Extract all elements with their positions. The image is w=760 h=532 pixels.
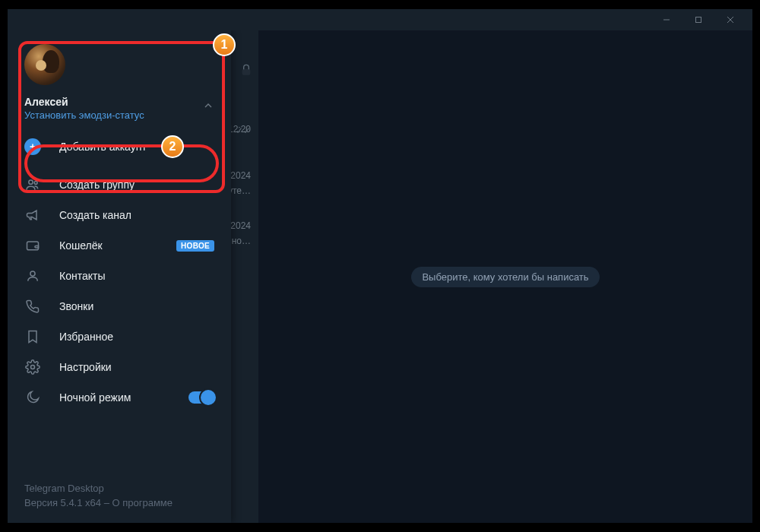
annotation-badge-2: 2 (161, 135, 184, 158)
menu-label: Ночной режим (59, 391, 131, 404)
plus-icon (24, 138, 41, 155)
version-line: Версия 5.4.1 x64 – О программе (24, 496, 214, 511)
phone-icon (24, 298, 41, 315)
svg-rect-4 (242, 69, 249, 74)
drawer-menu: Добавить аккаунт Создать группу Создать … (8, 128, 231, 417)
annotation-badge-1: 1 (213, 33, 236, 56)
menu-label: Создать канал (59, 209, 131, 221)
contacts-item[interactable]: Контакты (8, 261, 231, 291)
bookmark-icon (24, 328, 41, 345)
chevron-up-icon[interactable] (202, 100, 214, 115)
maximize-button[interactable] (682, 9, 714, 30)
set-emoji-status-link[interactable]: Установить эмодзи-статус (24, 109, 214, 121)
app-body: ✓✓ 12:20 0.08.2024 й ауте… 0.08.2024 эос… (8, 30, 752, 523)
add-account-item[interactable]: Добавить аккаунт (8, 131, 231, 162)
contact-icon (24, 268, 41, 284)
app-window: ✓✓ 12:20 0.08.2024 й ауте… 0.08.2024 эос… (8, 9, 752, 523)
empty-chat-hint: Выберите, кому хотели бы написать (411, 267, 599, 287)
svg-point-7 (29, 180, 33, 184)
settings-item[interactable]: Настройки (8, 352, 231, 382)
svg-point-8 (34, 182, 37, 185)
new-badge: НОВОЕ (176, 240, 214, 252)
profile-block[interactable]: Алексей Установить эмодзи-статус (8, 30, 231, 128)
close-button[interactable] (714, 9, 746, 30)
group-icon (24, 176, 41, 193)
wallet-icon (24, 237, 41, 254)
lock-icon[interactable] (240, 64, 252, 79)
svg-point-11 (31, 366, 35, 369)
gear-icon (24, 359, 41, 375)
about-link[interactable]: О программе (112, 497, 173, 508)
calls-item[interactable]: Звонки (8, 291, 231, 321)
menu-label: Добавить аккаунт (59, 141, 147, 153)
drawer-footer: Telegram Desktop Версия 5.4.1 x64 – О пр… (8, 482, 231, 523)
menu-label: Настройки (59, 361, 112, 373)
create-group-item[interactable]: Создать группу (8, 169, 231, 200)
svg-point-10 (30, 271, 35, 276)
menu-label: Контакты (59, 270, 105, 282)
night-mode-toggle[interactable] (188, 391, 214, 404)
night-mode-item[interactable]: Ночной режим (8, 382, 231, 413)
avatar[interactable] (24, 44, 65, 85)
create-channel-item[interactable]: Создать канал (8, 200, 231, 230)
moon-icon (24, 389, 41, 406)
menu-label: Кошелёк (59, 239, 103, 252)
app-name: Telegram Desktop (24, 482, 214, 496)
profile-name: Алексей (24, 96, 214, 108)
menu-label: Избранное (59, 331, 113, 343)
menu-label: Создать группу (59, 179, 135, 191)
chat-main-pane: Выберите, кому хотели бы написать (258, 30, 752, 523)
menu-label: Звонки (59, 300, 93, 312)
svg-rect-1 (696, 17, 701, 23)
main-menu-drawer: Алексей Установить эмодзи-статус Добавит… (8, 30, 231, 523)
minimize-button[interactable] (651, 9, 682, 30)
chat-time: 12:20 (228, 124, 251, 135)
wallet-item[interactable]: Кошелёк НОВОЕ (8, 230, 231, 261)
titlebar (8, 9, 752, 30)
saved-messages-item[interactable]: Избранное (8, 321, 231, 352)
megaphone-icon (24, 207, 41, 223)
